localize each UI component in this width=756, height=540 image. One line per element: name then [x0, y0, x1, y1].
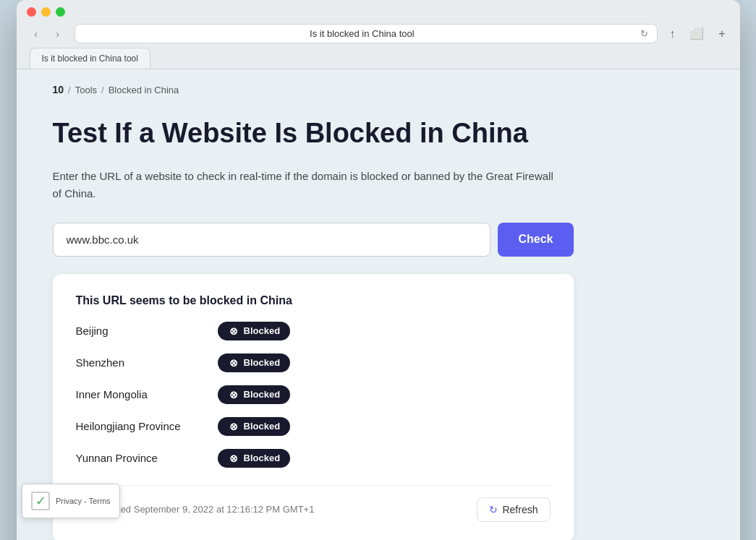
status-badge-shenzhen: ⊗ Blocked	[218, 353, 291, 372]
result-row-beijing: Beijing ⊗ Blocked	[76, 322, 551, 340]
blocked-icon-shenzhen: ⊗	[228, 357, 239, 369]
active-tab[interactable]: Is it blocked in China tool	[30, 48, 150, 69]
blocked-icon-yunnan: ⊗	[228, 453, 239, 464]
breadcrumb-tools[interactable]: Tools	[75, 85, 97, 95]
status-badge-beijing: ⊗ Blocked	[218, 322, 291, 340]
share-button[interactable]: ↑	[665, 25, 679, 43]
browser-chrome: ‹ › Is it blocked in China tool ↻ ↑ ⬜ +	[17, 0, 740, 69]
result-row-inner-mongolia: Inner Mongolia ⊗ Blocked	[76, 385, 551, 404]
tab-label: Is it blocked in China tool	[42, 53, 138, 64]
blocked-icon-heilongjiang: ⊗	[228, 421, 239, 432]
refresh-spin-icon: ↻	[489, 504, 498, 515]
blocked-label-shenzhen: Blocked	[244, 357, 281, 368]
address-bar[interactable]: Is it blocked in China tool ↻	[75, 24, 658, 43]
result-row-heilongjiang: Heilongjiang Province ⊗ Blocked	[76, 417, 551, 436]
breadcrumb-sep-2: /	[101, 85, 104, 95]
blocked-icon-inner-mongolia: ⊗	[228, 389, 239, 400]
captcha-widget: ✓ Privacy - Terms	[22, 484, 120, 518]
new-tab-button[interactable]: +	[714, 25, 729, 43]
minimize-button[interactable]	[41, 7, 51, 17]
results-card: This URL seems to be blocked in China Be…	[53, 274, 574, 540]
nav-buttons: ‹ ›	[27, 25, 67, 43]
forward-icon: ›	[56, 28, 59, 40]
browser-toolbar: ‹ › Is it blocked in China tool ↻ ↑ ⬜ +	[27, 24, 730, 43]
sidebar-icon: ⬜	[689, 27, 704, 40]
breadcrumb: 10 / Tools / Blocked in China	[53, 84, 704, 95]
breadcrumb-sep-1: /	[68, 85, 71, 95]
reload-icon: ↻	[640, 28, 648, 39]
sidebar-button[interactable]: ⬜	[685, 25, 708, 43]
location-beijing: Beijing	[76, 325, 206, 337]
close-button[interactable]	[27, 7, 36, 17]
status-badge-heilongjiang: ⊗ Blocked	[218, 417, 291, 436]
maximize-button[interactable]	[56, 7, 65, 17]
status-badge-yunnan: ⊗ Blocked	[218, 449, 291, 468]
address-bar-text: Is it blocked in China tool	[84, 28, 641, 39]
captcha-text: Privacy - Terms	[56, 497, 111, 505]
new-tab-icon: +	[718, 27, 725, 40]
location-inner-mongolia: Inner Mongolia	[76, 388, 206, 400]
result-row-shenzhen: Shenzhen ⊗ Blocked	[76, 353, 551, 372]
breadcrumb-logo[interactable]: 10	[53, 84, 64, 95]
check-button[interactable]: Check	[498, 223, 573, 257]
back-icon: ‹	[34, 28, 38, 40]
location-shenzhen: Shenzhen	[76, 356, 206, 369]
traffic-lights	[27, 7, 730, 17]
breadcrumb-current: Blocked in China	[109, 85, 179, 95]
toolbar-actions: ↑ ⬜ +	[665, 25, 729, 43]
browser-window: ‹ › Is it blocked in China tool ↻ ↑ ⬜ +	[17, 0, 740, 540]
page-content: 10 / Tools / Blocked in China Test If a …	[17, 69, 740, 540]
share-icon: ↑	[669, 27, 675, 40]
blocked-label-heilongjiang: Blocked	[244, 421, 281, 432]
status-badge-inner-mongolia: ⊗ Blocked	[218, 385, 291, 404]
page-description: Enter the URL of a website to check in r…	[53, 168, 559, 202]
blocked-label-inner-mongolia: Blocked	[244, 389, 281, 400]
refresh-button-label: Refresh	[502, 504, 538, 515]
location-yunnan: Yunnan Province	[76, 452, 206, 464]
page-title: Test If a Website Is Blocked in China	[53, 117, 704, 150]
blocked-label-beijing: Blocked	[244, 325, 281, 336]
results-title: This URL seems to be blocked in China	[76, 294, 551, 307]
captcha-checkbox[interactable]: ✓	[31, 492, 50, 510]
result-row-yunnan: Yunnan Province ⊗ Blocked	[76, 449, 551, 468]
url-input[interactable]	[53, 223, 491, 257]
location-heilongjiang: Heilongjiang Province	[76, 420, 206, 432]
blocked-icon-beijing: ⊗	[228, 325, 239, 337]
search-row: Check	[53, 223, 574, 257]
blocked-label-yunnan: Blocked	[244, 453, 281, 463]
forward-button[interactable]: ›	[48, 25, 67, 43]
tabs-bar: Is it blocked in China tool	[27, 48, 730, 69]
back-button[interactable]: ‹	[27, 25, 46, 43]
refresh-button[interactable]: ↻ Refresh	[477, 497, 550, 522]
check-button-label: Check	[518, 233, 553, 245]
results-footer: Last checked September 9, 2022 at 12:16:…	[76, 485, 551, 522]
